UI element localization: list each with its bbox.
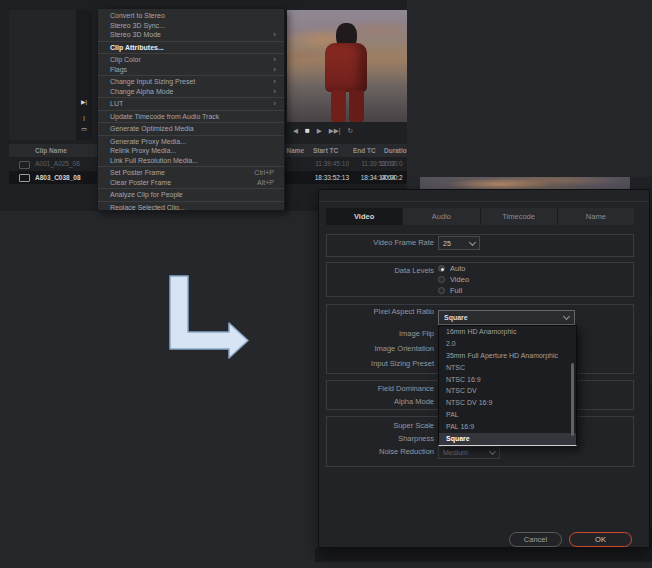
- dropdown-option[interactable]: NTSC 16:9: [439, 374, 576, 386]
- dialog-tabs: Video Audio Timecode Name: [326, 208, 634, 225]
- menu-separator: [98, 75, 284, 76]
- clip-duration: 00:00:0: [381, 157, 407, 171]
- attribute-label: Image Flip: [326, 326, 434, 341]
- screenshot-bottom-band: [315, 548, 652, 562]
- transport-icon[interactable]: ▶▶|: [329, 127, 341, 135]
- dropdown-option[interactable]: NTSC: [439, 362, 576, 374]
- column-clip-name[interactable]: Clip Name: [35, 144, 67, 157]
- data-levels-options: Auto Video Full: [438, 263, 469, 296]
- section4-labels: Field Dominance Alpha Mode: [326, 382, 434, 408]
- dropdown-option[interactable]: NTSC DV: [439, 385, 576, 397]
- viewer-toolbar-icon[interactable]: ▭: [76, 125, 92, 133]
- menu-item[interactable]: Stereo 3D Mode ›: [98, 30, 284, 40]
- column-start-tc[interactable]: Start TC: [313, 144, 338, 157]
- radio-label: Video: [450, 275, 469, 284]
- viewer-toolbar-icon[interactable]: |: [76, 114, 92, 122]
- transport-icon[interactable]: ■: [305, 127, 310, 135]
- viewer-toolbar-icon[interactable]: ▶|: [76, 98, 92, 106]
- dropdown-option[interactable]: 16mm HD Anamorphic: [439, 326, 576, 338]
- menu-item[interactable]: Stereo 3D Sync...: [98, 21, 284, 31]
- menu-item[interactable]: Clear Poster Frame Alt+P: [98, 178, 284, 188]
- cancel-button[interactable]: Cancel: [509, 532, 562, 547]
- radio-option[interactable]: Video: [438, 274, 469, 285]
- menu-item[interactable]: Replace Selected Clip...: [98, 203, 284, 212]
- menu-item-label: Flags: [110, 66, 273, 73]
- column-duration[interactable]: Duration: [384, 144, 407, 157]
- resolve-media-page-screenshot: ▶| | ▭ ◀ ■ ▶ ▶▶| ↻: [0, 0, 407, 211]
- menu-item-label: Convert to Stereo: [110, 12, 276, 19]
- noise-reduction-dropdown[interactable]: Medium: [438, 446, 500, 459]
- clip-name: A803_C038_08: [35, 171, 81, 185]
- clip-thumbnail-icon: [19, 161, 30, 169]
- attribute-label: Super Scale: [326, 419, 434, 432]
- dropdown-option[interactable]: 35mm Full Aperture HD Anamorphic: [439, 350, 576, 362]
- dropdown-option[interactable]: 2.0: [439, 338, 576, 350]
- menu-item[interactable]: Flags ›: [98, 65, 284, 75]
- frame-rate-value: 25: [443, 240, 451, 247]
- dropdown-option[interactable]: Square: [439, 433, 576, 445]
- dialog-tab[interactable]: Name: [557, 208, 634, 225]
- preview-person-leg: [349, 90, 364, 122]
- section5-labels: Super Scale Sharpness Noise Reduction: [326, 419, 434, 458]
- menu-item[interactable]: Change Alpha Mode ›: [98, 87, 284, 97]
- submenu-chevron-icon: ›: [273, 65, 276, 74]
- menu-separator: [98, 110, 284, 111]
- preview-person-leg: [331, 90, 346, 122]
- section3-labels: Pixel Aspect Ratio Image Flip Image Orie…: [326, 305, 434, 371]
- menu-item[interactable]: Relink Proxy Media...: [98, 146, 284, 156]
- clip-start-tc: 11:39:45:10: [299, 157, 349, 171]
- radio-option[interactable]: Full: [438, 285, 469, 296]
- menu-item[interactable]: Generate Proxy Media...: [98, 137, 284, 147]
- background-video-sliver: [420, 177, 630, 189]
- transport-icon[interactable]: ↻: [348, 127, 353, 135]
- pixel-aspect-ratio-options: 16mm HD Anamorphic 2.0 35mm Full Apertur…: [438, 325, 577, 446]
- menu-item[interactable]: Clip Attributes...: [98, 43, 284, 53]
- dropdown-scrollbar[interactable]: [571, 363, 574, 436]
- dropdown-option[interactable]: PAL: [439, 409, 576, 421]
- menu-separator: [98, 53, 284, 54]
- frame-rate-dropdown[interactable]: 25: [438, 236, 480, 250]
- chevron-down-icon: [489, 448, 496, 455]
- clip-duration: 00:00:2: [381, 171, 407, 185]
- submenu-chevron-icon: ›: [273, 87, 276, 96]
- menu-item[interactable]: Analyze Clip for People: [98, 190, 284, 200]
- menu-item-label: Analyze Clip for People: [110, 191, 276, 198]
- radio-label: Full: [450, 286, 462, 295]
- transport-icon[interactable]: ◀: [293, 127, 298, 135]
- menu-separator: [98, 97, 284, 98]
- menu-item[interactable]: Clip Color ›: [98, 55, 284, 65]
- clip-name: A001_A025_08: [35, 157, 80, 171]
- dropdown-option[interactable]: PAL 16:9: [439, 421, 576, 433]
- menu-item-label: Stereo 3D Sync...: [110, 22, 276, 29]
- column-end-tc[interactable]: End TC: [353, 144, 376, 157]
- attribute-label: Input Sizing Preset: [326, 356, 434, 371]
- menu-separator: [98, 135, 284, 136]
- dialog-tab[interactable]: Audio: [402, 208, 479, 225]
- frame-rate-label: Video Frame Rate: [326, 238, 434, 247]
- submenu-chevron-icon: ›: [273, 30, 276, 39]
- dropdown-option[interactable]: NTSC DV 16:9: [439, 397, 576, 409]
- radio-label: Auto: [450, 264, 465, 273]
- radio-icon: [438, 265, 445, 272]
- menu-item[interactable]: Convert to Stereo: [98, 11, 284, 21]
- menu-item[interactable]: Link Full Resolution Media...: [98, 156, 284, 166]
- viewer-side-toolbar: ▶| | ▭: [76, 10, 92, 140]
- attribute-label: Pixel Aspect Ratio: [326, 305, 434, 319]
- radio-option[interactable]: Auto: [438, 263, 469, 274]
- menu-item-label: Generate Optimized Media: [110, 125, 276, 132]
- dialog-tab[interactable]: Timecode: [480, 208, 557, 225]
- menu-separator: [98, 188, 284, 189]
- menu-item-label: Generate Proxy Media...: [110, 138, 276, 145]
- transport-icon[interactable]: ▶: [317, 127, 322, 135]
- menu-item[interactable]: Set Poster Frame Ctrl+P: [98, 168, 284, 178]
- page: ▶| | ▭ ◀ ■ ▶ ▶▶| ↻: [0, 0, 652, 568]
- menu-item[interactable]: LUT ›: [98, 99, 284, 109]
- ok-button[interactable]: OK: [569, 532, 632, 547]
- menu-item[interactable]: Update Timecode from Audio Track: [98, 112, 284, 122]
- menu-item[interactable]: Change Input Sizing Preset ›: [98, 77, 284, 87]
- attribute-label: Image Orientation: [326, 341, 434, 356]
- menu-item[interactable]: Generate Optimized Media: [98, 124, 284, 134]
- pixel-aspect-ratio-dropdown[interactable]: Square: [438, 310, 575, 325]
- dialog-tab[interactable]: Video: [326, 208, 402, 225]
- submenu-chevron-icon: ›: [273, 99, 276, 108]
